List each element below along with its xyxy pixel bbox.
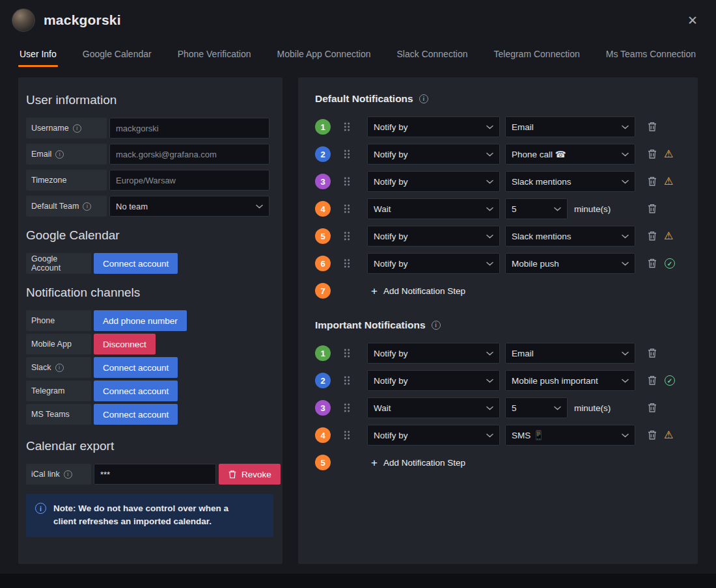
- timezone-label: Timezone: [26, 170, 107, 191]
- select-value: Wait: [374, 204, 391, 214]
- chevron-down-icon: [622, 234, 629, 239]
- drag-handle-icon[interactable]: [344, 204, 350, 214]
- wait-duration-select[interactable]: 5: [505, 198, 568, 219]
- trash-icon: [228, 470, 237, 479]
- modal-header: mackgorski ✕: [0, 0, 716, 37]
- chevron-down-icon: [622, 351, 629, 356]
- step-number-badge: 3: [315, 174, 331, 189]
- close-icon[interactable]: ✕: [685, 12, 700, 29]
- drag-handle-icon[interactable]: [344, 403, 350, 413]
- delete-step-button[interactable]: [646, 401, 659, 415]
- step-channel-select[interactable]: Email: [505, 343, 635, 364]
- step-action-select[interactable]: Wait: [367, 198, 500, 219]
- slack-label: Slack i: [26, 357, 91, 378]
- step-action-select[interactable]: Notify by: [367, 370, 500, 391]
- step-action-select[interactable]: Notify by: [367, 343, 500, 364]
- username-input[interactable]: [109, 118, 269, 139]
- add-notification-step-button[interactable]: + Add Notification Step: [371, 286, 465, 297]
- add-notification-step-button[interactable]: + Add Notification Step: [371, 457, 465, 468]
- delete-step-button[interactable]: [646, 374, 659, 388]
- step-channel-select[interactable]: Mobile push important: [505, 370, 635, 391]
- email-field[interactable]: [109, 144, 269, 165]
- drag-handle-icon[interactable]: [344, 348, 350, 358]
- drag-handle-icon[interactable]: [344, 258, 350, 269]
- delete-step-button[interactable]: [646, 257, 659, 271]
- step-action-select[interactable]: Notify by: [367, 226, 500, 247]
- step-number-badge: 6: [315, 256, 331, 271]
- msteams-connect-button[interactable]: Connect account: [94, 404, 178, 425]
- mobile-app-disconnect-button[interactable]: Disconnect: [94, 334, 156, 354]
- step-channel-select[interactable]: Mobile push: [505, 253, 635, 274]
- slack-connect-button[interactable]: Connect account: [94, 357, 178, 378]
- plus-icon: +: [371, 457, 378, 468]
- heading-text: Important Notifications: [315, 319, 426, 331]
- label-text: iCal link: [31, 470, 60, 479]
- notification-step-row: 6 Notify by Mobile push ✓: [315, 253, 685, 274]
- drag-handle-icon[interactable]: [344, 149, 350, 159]
- notification-channels-heading: Notification channels: [26, 286, 269, 300]
- wait-duration-select[interactable]: 5: [505, 397, 568, 418]
- step-action-select[interactable]: Notify by: [367, 116, 500, 137]
- step-action-select[interactable]: Notify by: [367, 253, 500, 274]
- telegram-connect-button[interactable]: Connect account: [94, 381, 178, 401]
- delete-step-button[interactable]: [646, 347, 659, 360]
- drag-handle-icon[interactable]: [344, 231, 350, 241]
- default-team-select[interactable]: No team: [109, 196, 269, 217]
- ical-link-input[interactable]: [94, 464, 216, 485]
- tab-slack-connection[interactable]: Slack Connection: [396, 45, 469, 67]
- delete-step-button[interactable]: [646, 202, 659, 216]
- google-account-label: Google Account: [26, 253, 91, 274]
- chevron-down-icon: [622, 180, 629, 184]
- add-step-label: Add Notification Step: [383, 458, 465, 468]
- step-channel-select[interactable]: SMS 📱: [505, 425, 635, 446]
- step-action-select[interactable]: Notify by: [367, 171, 500, 192]
- slack-channel-row: Slack i Connect account: [26, 357, 269, 378]
- step-action-select[interactable]: Notify by: [367, 144, 500, 165]
- default-notifications-heading: Default Notifications i: [315, 93, 685, 105]
- note-text: Note: We do not have control over when a…: [53, 502, 249, 529]
- delete-step-button[interactable]: [646, 120, 659, 134]
- drag-handle-icon[interactable]: [344, 375, 350, 386]
- verified-icon: ✓: [665, 375, 675, 386]
- tab-telegram-connection[interactable]: Telegram Connection: [492, 45, 581, 67]
- timezone-input[interactable]: [109, 170, 269, 191]
- user-info-panel: User information Username i Email i Time…: [18, 77, 282, 564]
- google-connect-button[interactable]: Connect account: [94, 253, 178, 274]
- delete-step-button[interactable]: [646, 175, 659, 189]
- chevron-down-icon: [622, 261, 629, 266]
- info-icon: i: [64, 470, 72, 479]
- tab-google-calendar[interactable]: Google Calendar: [81, 45, 153, 67]
- step-channel-select[interactable]: Phone call ☎: [505, 144, 635, 165]
- delete-step-button[interactable]: [646, 429, 659, 442]
- tab-mobile-app-connection[interactable]: Mobile App Connection: [276, 45, 372, 67]
- msteams-channel-row: MS Teams Connect account: [26, 404, 269, 425]
- tab-ms-teams-connection[interactable]: Ms Teams Connection: [605, 45, 697, 67]
- revoke-label: Revoke: [241, 470, 271, 479]
- email-row: Email i: [26, 144, 269, 165]
- page-title: mackgorski: [44, 12, 121, 28]
- drag-handle-icon[interactable]: [344, 122, 350, 132]
- step-channel-select[interactable]: Email: [505, 116, 635, 137]
- add-phone-number-button[interactable]: Add phone number: [94, 310, 187, 331]
- info-icon: i: [419, 94, 428, 103]
- step-channel-select[interactable]: Slack mentions: [505, 226, 635, 247]
- step-action-select[interactable]: Notify by: [367, 425, 500, 446]
- step-action-select[interactable]: Wait: [367, 397, 500, 418]
- trash-icon: [647, 258, 657, 269]
- tab-user-info[interactable]: User Info: [18, 45, 58, 67]
- delete-step-button[interactable]: [646, 148, 659, 161]
- drag-handle-icon[interactable]: [344, 430, 350, 440]
- wait-unit-label: minute(s): [574, 204, 611, 214]
- tab-phone-verification[interactable]: Phone Verification: [176, 45, 253, 67]
- trash-icon: [647, 149, 657, 160]
- revoke-button[interactable]: Revoke: [219, 464, 281, 485]
- delete-step-button[interactable]: [646, 230, 659, 243]
- chevron-down-icon: [486, 207, 493, 211]
- step-channel-select[interactable]: Slack mentions: [505, 171, 635, 192]
- chevron-down-icon: [622, 125, 629, 129]
- trash-icon: [647, 204, 657, 215]
- drag-handle-icon[interactable]: [344, 176, 350, 187]
- trash-icon: [647, 403, 657, 414]
- select-value: Phone call ☎: [512, 149, 566, 159]
- trash-icon: [647, 375, 657, 386]
